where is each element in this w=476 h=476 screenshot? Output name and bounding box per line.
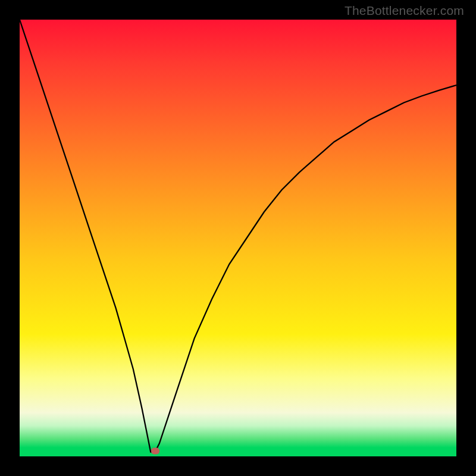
watermark-text: TheBottlenecker.com (345, 4, 464, 18)
chart-frame: TheBottlenecker.com (0, 0, 476, 476)
bottleneck-curve (20, 20, 456, 456)
plot-area (20, 20, 456, 456)
minimum-marker-icon (151, 448, 159, 455)
curve-path (20, 20, 456, 452)
